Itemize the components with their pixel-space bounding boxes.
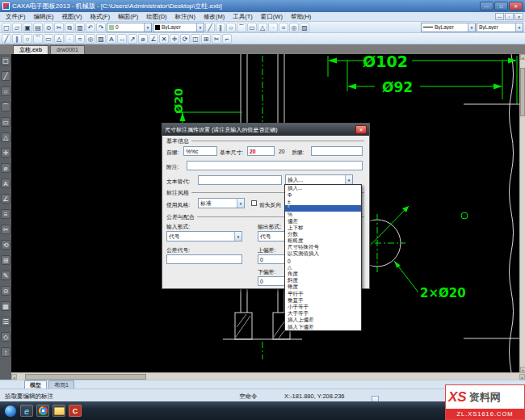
preview-icon[interactable]: ⊙: [44, 23, 53, 32]
dropdown-item[interactable]: °: [285, 205, 361, 212]
chrome-icon[interactable]: [36, 405, 49, 417]
space-tab[interactable]: 布局1: [48, 380, 74, 388]
array-tool-icon[interactable]: ⊞: [1, 255, 10, 265]
horizontal-scroll-thumb[interactable]: [25, 374, 146, 380]
ellipse-icon[interactable]: ◎: [86, 34, 95, 44]
move-icon[interactable]: ✛: [170, 34, 179, 44]
arc-tool-icon[interactable]: ⌒: [1, 102, 10, 111]
polygon-tool-icon[interactable]: △: [1, 132, 10, 142]
mirror-icon[interactable]: ◫: [191, 34, 200, 44]
list-tool-icon[interactable]: ☰: [1, 317, 10, 326]
cut-icon[interactable]: ✂: [54, 23, 64, 32]
new-icon[interactable]: ▢: [2, 23, 11, 32]
dropdown-item[interactable]: 小于等于: [285, 304, 361, 310]
erase-icon[interactable]: ✕: [159, 34, 169, 44]
scroll-left-icon[interactable]: ◂: [11, 374, 17, 380]
dropdown-item[interactable]: 粗糙度: [285, 238, 361, 245]
angle-icon[interactable]: ∠: [149, 34, 158, 44]
rect-tool-icon[interactable]: ▭: [1, 117, 10, 127]
chevron-down-icon[interactable]: [144, 23, 151, 32]
dialog-titlebar[interactable]: 尺寸标注属性设置 (请注意输入的值是否正确) ✕: [162, 124, 369, 136]
leader-icon[interactable]: ↗: [128, 34, 137, 44]
chevron-down-icon[interactable]: [237, 199, 244, 208]
circle-icon[interactable]: ○: [23, 34, 32, 44]
dropdown-item[interactable]: 平行于: [285, 291, 361, 297]
mdi-restore-icon[interactable]: ▫: [505, 13, 514, 20]
menu-item[interactable]: 标注(N): [171, 12, 200, 22]
rectangle-icon[interactable]: ▭: [44, 34, 53, 44]
ellipse-icon[interactable]: ◎: [289, 23, 299, 32]
dropdown-item[interactable]: 大于等于: [285, 311, 361, 317]
scroll-up-icon[interactable]: ▴: [520, 54, 525, 60]
dialog-close-button[interactable]: ✕: [355, 125, 367, 134]
copy-icon[interactable]: ⧉: [65, 23, 74, 32]
spline-icon[interactable]: ≈: [279, 23, 288, 32]
dropdown-item[interactable]: %: [285, 212, 361, 218]
point-icon[interactable]: ∙: [268, 23, 278, 32]
diameter-tool-icon[interactable]: ⌀: [1, 163, 10, 173]
point-icon[interactable]: ∙: [65, 34, 74, 44]
start-button[interactable]: [4, 405, 17, 418]
menu-item[interactable]: 视图(V): [58, 12, 86, 22]
mdi-minimize-icon[interactable]: —: [495, 13, 504, 20]
menu-item[interactable]: 幅面(P): [114, 12, 142, 22]
dimension-icon[interactable]: ↔: [117, 34, 127, 44]
layers-tool-icon[interactable]: ≡: [1, 209, 10, 219]
menu-item[interactable]: 修改(M): [200, 12, 229, 22]
text-icon[interactable]: A: [107, 34, 116, 44]
trim-icon[interactable]: ✂: [212, 34, 221, 44]
text-replace-input[interactable]: [198, 175, 282, 185]
minimize-button[interactable]: —: [480, 2, 494, 10]
edit-tool-icon[interactable]: ✎: [1, 271, 10, 280]
input-form-combo[interactable]: 代号: [166, 231, 242, 242]
menu-item[interactable]: 绘图(D): [142, 12, 170, 22]
dropdown-item[interactable]: Φ: [285, 191, 361, 198]
print-icon[interactable]: ▤: [33, 23, 43, 32]
menu-item[interactable]: 窗口(W): [257, 12, 287, 22]
hatch-icon[interactable]: ▨: [96, 34, 106, 44]
redo-icon[interactable]: ↷: [96, 23, 106, 32]
dropdown-item[interactable]: 插入上偏差: [285, 317, 361, 324]
parallel-line-icon[interactable]: ∥: [216, 23, 225, 32]
parallel-line-icon[interactable]: ∥: [12, 34, 22, 44]
dropdown-item[interactable]: 分数: [285, 231, 361, 237]
linetype-combo[interactable]: ByLayer: [421, 23, 476, 32]
diameter-icon[interactable]: ⌀: [138, 34, 148, 44]
scroll-right-icon[interactable]: ▸: [519, 374, 525, 380]
dropdown-item[interactable]: ±: [285, 198, 361, 204]
circle-tool-icon[interactable]: ○: [1, 86, 10, 96]
hatch-icon[interactable]: ▨: [300, 23, 309, 32]
dropdown-item[interactable]: △: [285, 264, 361, 271]
save-icon[interactable]: ▣: [23, 23, 32, 32]
note-input[interactable]: [187, 161, 363, 170]
undo-tool-tool-icon[interactable]: ⟲: [1, 240, 10, 250]
zoom-tool-icon[interactable]: ⊙: [1, 286, 10, 296]
polygon-icon[interactable]: △: [54, 34, 64, 44]
mdi-close-icon[interactable]: ✕: [514, 13, 523, 20]
pan-tool-icon[interactable]: ↕: [1, 347, 10, 357]
dropdown-item[interactable]: 以实测值插入: [285, 251, 361, 258]
text-tool-icon[interactable]: A: [1, 178, 10, 188]
line-icon[interactable]: ╱: [2, 34, 11, 44]
plus-tool-icon[interactable]: ✛: [1, 148, 10, 158]
space-tab[interactable]: 模型: [24, 380, 47, 388]
prefix-input[interactable]: [183, 146, 217, 156]
circle-icon[interactable]: ○: [226, 23, 236, 32]
suffix-input[interactable]: [311, 146, 363, 156]
chevron-down-icon[interactable]: [515, 23, 523, 32]
diamond-tool-icon[interactable]: ◇: [1, 332, 10, 342]
maximize-button[interactable]: □: [494, 2, 508, 10]
caxa-icon[interactable]: C: [69, 405, 82, 417]
menu-item[interactable]: 格式(F): [86, 12, 115, 22]
chevron-down-icon[interactable]: [345, 175, 352, 184]
trim-tool-icon[interactable]: ✂: [1, 225, 10, 234]
close-button[interactable]: ✕: [509, 2, 523, 10]
menu-item[interactable]: 帮助(H): [287, 12, 315, 22]
menu-item[interactable]: 文件(F): [2, 12, 30, 22]
dropdown-item[interactable]: 角度: [285, 271, 361, 277]
layer-combo[interactable]: 0: [107, 23, 152, 32]
basic-dim-input[interactable]: [247, 146, 275, 156]
dropdown-item[interactable]: 垂直于: [285, 297, 361, 304]
dropdown-item[interactable]: 斜度: [285, 278, 361, 284]
doc-tab[interactable]: 立柱.exb: [13, 45, 48, 54]
